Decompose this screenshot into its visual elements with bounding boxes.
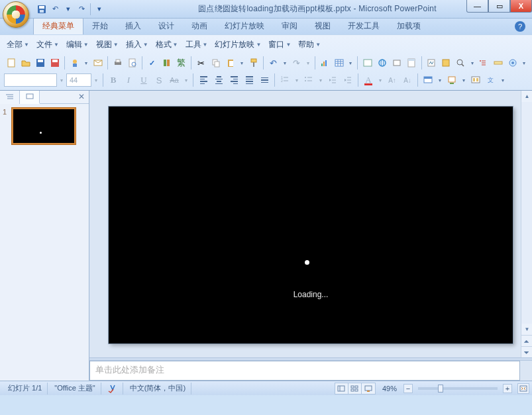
paste-button[interactable] (224, 56, 238, 70)
underline-button[interactable]: U (136, 73, 151, 87)
new-slide-button[interactable] (445, 73, 459, 87)
menu-view[interactable]: 视图▼ (93, 38, 121, 52)
redo-button[interactable]: ↷ (290, 56, 303, 70)
undo-button[interactable]: ↶ (266, 56, 280, 70)
italic-button[interactable]: I (121, 73, 136, 87)
close-button[interactable]: X (510, 0, 532, 13)
addins-button[interactable] (439, 56, 453, 70)
zoom-button[interactable] (454, 56, 468, 70)
align-justify-button[interactable] (242, 73, 256, 87)
slideshow-view-button[interactable] (362, 383, 375, 394)
font-name-dropdown[interactable]: ▾ (58, 73, 66, 87)
office-button[interactable] (3, 1, 29, 28)
scroll-down-button[interactable]: ▼ (521, 324, 532, 335)
menu-window[interactable]: 窗口▼ (266, 38, 293, 52)
menu-file[interactable]: 文件▼ (34, 38, 62, 52)
zoom-slider-thumb[interactable] (438, 385, 443, 392)
ribbon-tab-slideshow[interactable]: 幻灯片放映 (216, 18, 273, 34)
qat-save-button[interactable] (36, 3, 48, 15)
insert-chart-button[interactable] (318, 56, 332, 70)
scroll-track[interactable] (521, 102, 532, 324)
align-center-button[interactable] (211, 73, 226, 87)
ribbon-tab-classic-menu[interactable]: 经典菜单 (33, 17, 83, 34)
copy-button[interactable] (209, 56, 223, 70)
shadow-button[interactable]: S (152, 73, 166, 87)
prev-slide-button[interactable]: ⏶ (521, 335, 532, 346)
ribbon-tab-design[interactable]: 设计 (150, 18, 183, 34)
normal-view-button[interactable] (335, 383, 348, 394)
outline-tab[interactable] (0, 91, 20, 104)
zoom-percent[interactable]: 49% (377, 383, 402, 394)
ribbon-tab-view[interactable]: 视图 (306, 18, 339, 34)
menu-format[interactable]: 格式▼ (153, 38, 181, 52)
cut-button[interactable]: ✂ (194, 56, 208, 70)
save-button[interactable] (33, 56, 47, 70)
align-left-button[interactable] (196, 73, 211, 87)
font-size-dropdown[interactable]: ▾ (92, 73, 100, 87)
font-size-combo[interactable]: 44 (66, 73, 91, 87)
zoom-slider[interactable] (418, 387, 498, 390)
vertical-scrollbar[interactable]: ▲ ▼ ⏶ ⏷ (521, 91, 532, 357)
distributed-button[interactable] (257, 73, 272, 87)
view-options-button[interactable] (506, 56, 520, 70)
theme-name[interactable]: "Office 主题" (49, 383, 101, 394)
qat-undo-button[interactable]: ↶ (49, 3, 61, 15)
slide-canvas[interactable]: Loading... (109, 107, 513, 344)
ribbon-tab-insert[interactable]: 插入 (117, 18, 150, 34)
numbering-button[interactable]: 12 (278, 73, 292, 87)
char-spacing-button[interactable]: Aa (167, 73, 182, 87)
zoom-out-button[interactable]: − (403, 384, 413, 393)
font-color-button[interactable]: A (361, 73, 376, 87)
ribbon-tab-animations[interactable]: 动画 (183, 18, 216, 34)
open-button[interactable] (19, 56, 32, 70)
decrease-font-button[interactable]: A↓ (400, 73, 415, 87)
table-draw-button[interactable] (360, 56, 374, 70)
undo-dropdown[interactable]: ▾ (281, 56, 289, 70)
ruler-button[interactable] (491, 56, 505, 70)
ribbon-tab-home[interactable]: 开始 (83, 18, 117, 34)
insert-table-dropdown[interactable]: ▾ (347, 56, 355, 70)
font-name-combo[interactable] (4, 73, 57, 87)
slide-counter[interactable]: 幻灯片 1/1 (3, 383, 48, 394)
qat-redo-button[interactable]: ↷ (76, 3, 87, 15)
print-preview-button[interactable] (125, 56, 139, 70)
slide-thumbnail[interactable]: 1 (3, 108, 86, 144)
bold-button[interactable]: B (106, 73, 121, 87)
zoom-in-button[interactable]: + (503, 384, 512, 393)
macros-button[interactable] (425, 56, 439, 70)
pane-close-button[interactable]: ✕ (74, 91, 89, 103)
slides-tab[interactable] (20, 91, 40, 104)
design-button[interactable] (421, 73, 435, 87)
menu-help[interactable]: 帮助▼ (295, 38, 323, 52)
ribbon-tab-review[interactable]: 审阅 (273, 18, 306, 34)
save-as-button[interactable] (48, 56, 62, 70)
increase-indent-button[interactable] (341, 73, 355, 87)
menu-edit[interactable]: 编辑▼ (64, 38, 91, 52)
permission-button[interactable] (68, 56, 81, 70)
insert-table-button[interactable] (333, 56, 346, 70)
notes-pane[interactable]: 单击此处添加备注 (89, 361, 520, 381)
research-button[interactable] (160, 56, 174, 70)
format-painter-button[interactable] (246, 56, 260, 70)
decrease-indent-button[interactable] (325, 73, 340, 87)
language-status[interactable]: 中文(简体，中国) (125, 383, 191, 394)
thesaurus-button[interactable]: 繁 (174, 56, 188, 70)
qat-undo-dropdown[interactable]: ▾ (62, 3, 74, 15)
insert-object-button[interactable] (390, 56, 403, 70)
redo-dropdown[interactable]: ▾ (304, 56, 312, 70)
ribbon-tab-addins[interactable]: 加载项 (388, 18, 429, 34)
menu-insert[interactable]: 插入▼ (123, 38, 151, 52)
minimize-button[interactable]: — (466, 0, 488, 13)
zoom-dropdown[interactable]: ▾ (468, 56, 476, 70)
spell-check-status[interactable] (103, 383, 123, 394)
insert-header-button[interactable] (404, 56, 418, 70)
menu-all[interactable]: 全部▼ (4, 38, 32, 52)
email-button[interactable] (91, 56, 105, 70)
permission-dropdown[interactable]: ▾ (82, 56, 90, 70)
maximize-button[interactable]: ▭ (488, 0, 510, 13)
increase-font-button[interactable]: A↑ (385, 73, 399, 87)
text-direction-button[interactable]: 文 (484, 73, 498, 87)
new-button[interactable] (4, 56, 18, 70)
qat-customize-dropdown[interactable]: ▾ (93, 3, 105, 15)
layout-button[interactable] (468, 73, 483, 87)
